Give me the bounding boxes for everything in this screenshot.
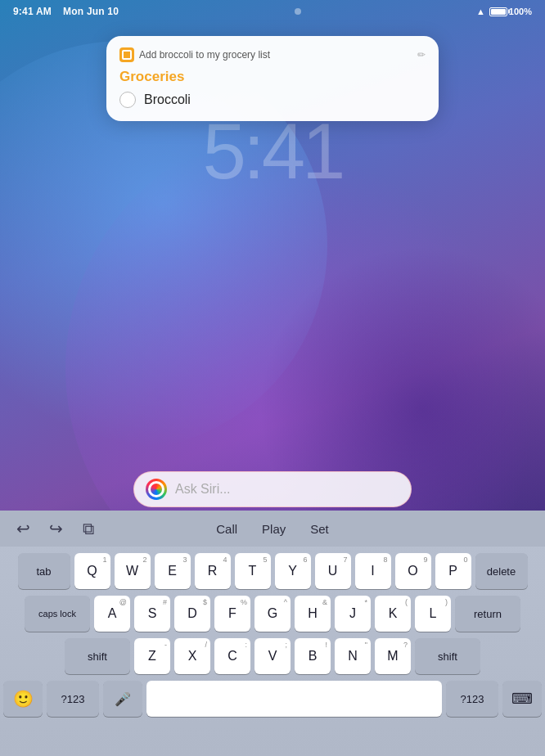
status-time: 9:41 AM [13,6,52,17]
siri-bar[interactable]: Ask Siri... [133,471,412,507]
emoji-key[interactable]: 🙂 [3,681,43,717]
key-row-2: caps lock A@ S# D$ F% G^ H& J* K( L) ret… [3,596,542,632]
keyboard-key[interactable]: ⌨ [502,681,542,717]
undo-button[interactable]: ↩ [10,515,36,542]
status-date: Mon Jun 10 [63,6,119,17]
shift-right-key[interactable]: shift [415,638,480,674]
key-c[interactable]: C: [214,638,250,674]
mic-key[interactable]: 🎤 [103,681,142,717]
key-row-1: tab Q1 W2 E3 R4 T5 Y6 U7 I8 O9 P0 delete [3,553,542,589]
num-symbol-key[interactable]: ?123 [47,681,99,717]
key-h[interactable]: H& [295,596,331,632]
wifi-icon: ▲ [476,7,485,16]
key-v[interactable]: V; [254,638,291,674]
status-indicators: ▲ 100% [476,7,532,16]
reminders-icon-inner [122,50,132,60]
key-x[interactable]: X/ [174,638,210,674]
key-d[interactable]: D$ [174,596,210,632]
key-i[interactable]: I8 [355,553,391,589]
battery-container: 100% [489,7,532,16]
return-key[interactable]: return [455,596,520,632]
status-time-date: 9:41 AM Mon Jun 10 [13,6,119,17]
copy-button[interactable]: ⧉ [75,515,101,542]
item-text: Broccoli [144,92,191,107]
key-g[interactable]: G^ [254,596,291,632]
key-r[interactable]: R4 [195,553,231,589]
notification-card[interactable]: Add broccoli to my grocery list ✏ Grocer… [106,36,439,121]
key-row-3: shift Z- X/ C: V; B! N" M? shift [3,638,542,674]
edit-icon[interactable]: ✏ [417,49,426,61]
siri-placeholder-text: Ask Siri... [175,482,399,497]
key-k[interactable]: K( [375,596,411,632]
toolbar-actions: ↩ ↪ ⧉ [10,515,138,542]
suggestion-play[interactable]: Play [262,522,286,536]
key-f[interactable]: F% [214,596,250,632]
battery-icon [489,7,507,16]
siri-bar-container: Ask Siri... [0,471,545,507]
key-t[interactable]: T5 [235,553,271,589]
key-j[interactable]: J* [335,596,371,632]
key-y[interactable]: Y6 [275,553,311,589]
shift-left-key[interactable]: shift [65,638,130,674]
notification-title-text: Add broccoli to my grocery list [139,49,412,61]
status-bar: 9:41 AM Mon Jun 10 ▲ 100% [0,0,545,23]
key-m[interactable]: M? [375,638,411,674]
caps-lock-key[interactable]: caps lock [25,596,90,632]
key-b[interactable]: B! [295,638,331,674]
keyboard-toolbar: ↩ ↪ ⧉ Call Play Set [0,511,545,547]
key-u[interactable]: U7 [315,553,351,589]
status-dot [295,8,301,15]
battery-text: 100% [509,7,532,16]
keyboard-area: ↩ ↪ ⧉ Call Play Set tab Q1 W2 E3 R4 T5 Y… [0,511,545,756]
item-checkbox[interactable] [119,92,136,108]
siri-symbol [151,484,162,495]
grocery-item-broccoli[interactable]: Broccoli [119,92,426,108]
notification-header: Add broccoli to my grocery list ✏ [119,47,426,62]
keyboard-rows: tab Q1 W2 E3 R4 T5 Y6 U7 I8 O9 P0 delete… [0,547,545,720]
reminders-app-icon [119,47,134,62]
siri-icon-inner [148,481,164,497]
key-n[interactable]: N" [335,638,371,674]
key-z[interactable]: Z- [134,638,170,674]
grocery-list-title: Groceries [119,69,426,85]
key-p[interactable]: P0 [435,553,471,589]
key-a[interactable]: A@ [94,596,130,632]
key-l[interactable]: L) [415,596,451,632]
key-w[interactable]: W2 [115,553,151,589]
suggestion-set[interactable]: Set [310,522,329,536]
redo-button[interactable]: ↪ [43,515,69,542]
toolbar-suggestions: Call Play Set [145,522,401,536]
battery-fill [491,9,506,15]
key-e[interactable]: E3 [155,553,191,589]
space-key[interactable] [146,681,442,717]
suggestion-call[interactable]: Call [216,522,237,536]
key-row-4: 🙂 ?123 🎤 ?123 ⌨ [3,681,542,717]
key-q[interactable]: Q1 [74,553,110,589]
siri-icon [146,479,167,500]
key-s[interactable]: S# [134,596,170,632]
delete-key[interactable]: delete [475,553,528,589]
key-o[interactable]: O9 [395,553,431,589]
num-symbol-key-right[interactable]: ?123 [446,681,498,717]
tab-key[interactable]: tab [18,553,70,589]
